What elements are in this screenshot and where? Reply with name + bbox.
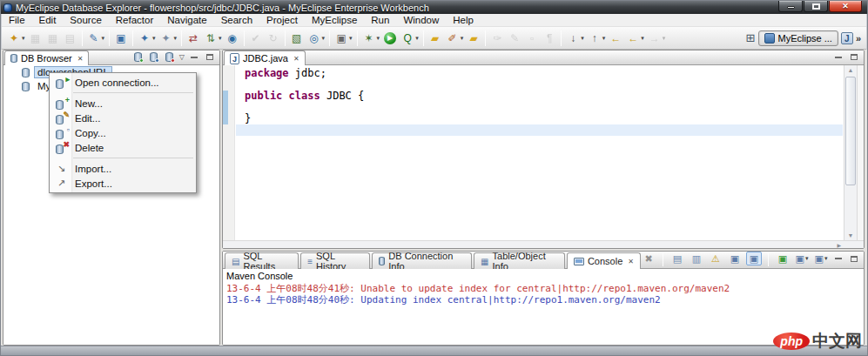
next-annotation-dropdown-icon[interactable]: ▾	[581, 35, 584, 42]
editor-tab-jdbc-java[interactable]: J JDBC.java	[224, 50, 306, 65]
editor-horizontal-scrollbar[interactable]: ▶	[223, 240, 864, 248]
debug-button[interactable]: ✶▾	[360, 29, 382, 48]
menu-source[interactable]: Source	[63, 14, 108, 27]
menu-item-export[interactable]: ↗Export...	[50, 176, 196, 191]
display-selected-console-icon[interactable]: ▣▾	[794, 252, 810, 265]
web-service-dropdown-icon[interactable]: ▾	[322, 35, 326, 42]
scrollbar-thumb[interactable]	[845, 77, 856, 185]
screen-capture-button[interactable]: ▣▾	[333, 29, 354, 48]
debug-dropdown-icon[interactable]: ▾	[377, 35, 380, 42]
menu-item-copy[interactable]: ▫Copy...	[50, 125, 196, 140]
new-project-wizard-dropdown-icon[interactable]: ▾	[152, 35, 156, 42]
scroll-right-icon[interactable]: ▶	[837, 242, 841, 248]
editor-vertical-scrollbar[interactable]: ▲ ▼	[844, 65, 857, 240]
tab-sql-history[interactable]: ≡SQL History	[300, 252, 370, 269]
perspective-myeclipse-button[interactable]: MyEclipse ...	[758, 30, 838, 46]
close-view-icon[interactable]	[77, 55, 84, 63]
remove-launch-icon[interactable]: ▥	[689, 252, 704, 265]
window-close-button[interactable]	[829, 1, 862, 12]
new-class-wizard-dropdown-icon[interactable]: ▾	[174, 35, 178, 42]
minimize-view-icon[interactable]	[832, 51, 844, 63]
java-perspective-icon[interactable]: J	[841, 32, 853, 44]
open-resource-button[interactable]: ▰	[465, 29, 482, 48]
menu-project[interactable]: Project	[259, 14, 305, 27]
new-wizard-dropdown-icon[interactable]: ▾	[22, 35, 25, 42]
menu-help[interactable]: Help	[446, 14, 481, 27]
open-perspective-icon[interactable]: ⊞	[746, 31, 756, 44]
new-project-wizard-button[interactable]: ✦▾	[136, 29, 158, 48]
deploy-module-dropdown-icon[interactable]: ▾	[219, 35, 222, 42]
titlebar[interactable]: MyEclipse Database Explorer - flowershop…	[1, 1, 867, 14]
tab-console[interactable]: Console	[567, 252, 641, 269]
open-console-link-icon[interactable]: ▣	[775, 252, 791, 265]
new-wizard-button[interactable]: ✦▾	[5, 29, 27, 48]
menu-item-edit[interactable]: ✎Edit...	[50, 111, 196, 125]
menu-window[interactable]: Window	[396, 14, 446, 27]
myeclipse-deploy-dropdown-icon[interactable]: ▾	[102, 35, 105, 42]
myeclipse-deploy-button[interactable]: ✎▾	[85, 29, 107, 48]
menu-edit[interactable]: Edit	[32, 14, 64, 27]
forward-history-dropdown-icon[interactable]: ▾	[663, 35, 666, 42]
menu-item-open-connection[interactable]: ▸Open connection...	[50, 75, 196, 90]
display-console-icon[interactable]: ▣	[746, 252, 762, 265]
prev-annotation-button[interactable]: ↑▾	[586, 29, 608, 48]
new-connection-icon[interactable]	[132, 51, 145, 63]
last-edit-location-button[interactable]: ←	[607, 29, 624, 48]
view-menu-icon[interactable]: ▽	[179, 53, 185, 61]
sync-deploy-button[interactable]: ⇄	[185, 29, 202, 48]
next-annotation-button[interactable]: ↓▾	[564, 29, 586, 48]
external-tools-button[interactable]: Q▾	[399, 29, 421, 48]
menu-navigate[interactable]: Navigate	[160, 14, 213, 27]
database-catalog-button[interactable]: ▣	[112, 29, 130, 48]
terminate-icon[interactable]: ✖	[641, 252, 656, 265]
menu-item-new[interactable]: +New...	[50, 96, 196, 111]
image-editor-button[interactable]: ▧	[288, 29, 306, 48]
menu-search[interactable]: Search	[214, 14, 259, 27]
close-editor-tab-icon[interactable]	[293, 55, 299, 63]
open-console-icon[interactable]: ▣▾	[813, 252, 829, 265]
menu-file[interactable]: File	[2, 14, 32, 27]
perspective-overflow-chevron[interactable]: »	[856, 33, 861, 44]
search-button[interactable]: ✐▾	[444, 29, 466, 48]
pin-console-icon[interactable]: ▣	[727, 252, 743, 265]
window-maximize-button[interactable]	[804, 1, 828, 12]
open-console-icon-dropdown[interactable]: ▾	[824, 255, 828, 262]
menu-item-import[interactable]: ↘Import...	[50, 161, 196, 176]
close-tab-icon[interactable]	[628, 258, 634, 265]
minimize-view-icon[interactable]	[188, 51, 200, 63]
close-connection-icon[interactable]	[164, 51, 176, 63]
screen-capture-dropdown-icon[interactable]: ▾	[349, 35, 353, 42]
new-class-wizard-button[interactable]: ✦▾	[158, 29, 179, 48]
menu-run[interactable]: Run	[364, 14, 396, 27]
scroll-up-icon[interactable]: ▲	[848, 67, 854, 73]
back-history-dropdown-icon[interactable]: ▾	[641, 35, 644, 42]
show-warnings-icon[interactable]: ⚠	[708, 252, 723, 265]
code-editor[interactable]: package jdbc; public class JDBC { } ▲ ▼ …	[223, 65, 864, 248]
run-button[interactable]: ▶	[381, 29, 399, 48]
menu-refactor[interactable]: Refactor	[109, 14, 160, 27]
maximize-view-icon[interactable]	[848, 51, 860, 63]
maximize-view-icon[interactable]	[848, 253, 860, 265]
display-selected-console-icon-dropdown[interactable]: ▾	[805, 255, 809, 262]
tab-sql-results[interactable]: ▤SQL Results	[225, 252, 299, 269]
web-service-button[interactable]: ◎▾	[306, 29, 327, 48]
search-dropdown-icon[interactable]: ▾	[461, 35, 464, 42]
minimize-view-icon[interactable]	[832, 253, 844, 265]
tab-db-connection-info[interactable]: DB Connection Info	[372, 252, 472, 269]
maximize-view-icon[interactable]	[204, 51, 216, 63]
console-output[interactable]: Maven Console 13-6-4 上午08时48分41秒: Unable…	[223, 269, 864, 345]
refresh-connection-icon[interactable]	[148, 51, 160, 63]
menu-item-delete[interactable]: ✖Delete	[50, 140, 196, 155]
menu-myeclipse[interactable]: MyEclipse	[305, 14, 364, 27]
scroll-down-icon[interactable]: ▼	[848, 232, 854, 238]
back-history-button[interactable]: ←▾	[624, 29, 646, 48]
external-tools-dropdown-icon[interactable]: ▾	[415, 35, 419, 42]
prev-annotation-dropdown-icon[interactable]: ▾	[602, 35, 606, 42]
window-minimize-button[interactable]	[778, 1, 803, 12]
clear-console-icon[interactable]: ▤	[670, 252, 685, 265]
open-type-button[interactable]: ▰	[427, 29, 444, 48]
tab-table-object-info[interactable]: ▦Table/Object Info	[474, 252, 565, 269]
web-browser-button[interactable]: ◉	[224, 29, 241, 48]
db-browser-tab[interactable]: DB Browser	[4, 50, 89, 65]
deploy-module-button[interactable]: ⇅▾	[202, 29, 224, 48]
